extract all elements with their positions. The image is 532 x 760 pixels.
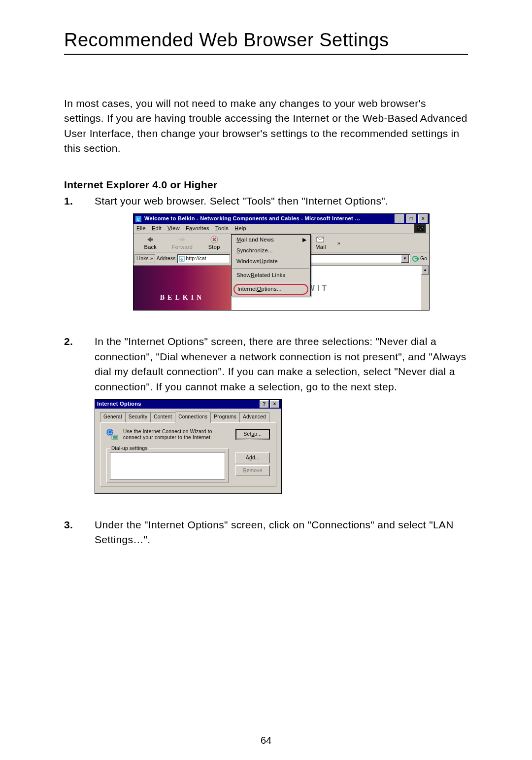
svg-rect-4 bbox=[420, 229, 421, 230]
screenshot-internet-options-dialog: Internet Options ? × General Security Co… bbox=[95, 399, 282, 494]
stop-icon bbox=[209, 236, 220, 243]
step-3: Under the "Internet Options" screen, cli… bbox=[64, 518, 468, 548]
links-button[interactable]: Links » bbox=[134, 254, 155, 264]
menu-tools[interactable]: Tools bbox=[215, 225, 229, 233]
remove-button: Remove bbox=[235, 465, 270, 476]
address-value-left: http://cat bbox=[186, 255, 206, 263]
menu-item-internet-options[interactable]: Internet Options... bbox=[233, 284, 308, 295]
svg-rect-27 bbox=[113, 436, 117, 439]
tab-panel-connections: Use the Internet Connection Wizard to co… bbox=[100, 422, 276, 486]
wizard-text: Use the Internet Connection Wizard to co… bbox=[123, 429, 217, 441]
dialog-titlebar: Internet Options ? × bbox=[95, 400, 281, 409]
step-1: Start your web browser. Select "Tools" t… bbox=[64, 194, 468, 325]
menu-view[interactable]: View bbox=[167, 225, 180, 233]
go-icon bbox=[412, 255, 419, 262]
step-2-text: In the "Internet Options" screen, there … bbox=[95, 336, 466, 392]
mail-label: Mail bbox=[315, 243, 326, 251]
step-1-text: Start your web browser. Select "Tools" t… bbox=[95, 195, 388, 207]
help-button[interactable]: ? bbox=[260, 400, 269, 408]
tab-security[interactable]: Security bbox=[125, 412, 151, 422]
forward-icon bbox=[177, 236, 188, 243]
forward-label: Forward bbox=[172, 243, 193, 251]
tools-dropdown-menu: Mail and News▶ Synchronize... Windows Up… bbox=[231, 234, 311, 296]
go-label: Go bbox=[420, 255, 427, 263]
step-2: In the "Internet Options" screen, there … bbox=[64, 334, 468, 509]
close-button[interactable]: × bbox=[270, 400, 279, 408]
step-3-text: Under the "Internet Options" screen, cli… bbox=[95, 519, 454, 545]
svg-rect-5 bbox=[422, 227, 423, 228]
dialog-title: Internet Options bbox=[97, 400, 141, 408]
setup-button[interactable]: Setup... bbox=[235, 429, 270, 440]
page-number: 64 bbox=[0, 735, 532, 746]
close-button[interactable]: × bbox=[418, 214, 428, 223]
menu-item-mail-news[interactable]: Mail and News▶ bbox=[232, 235, 310, 245]
minimize-button[interactable]: _ bbox=[395, 214, 404, 223]
dialup-settings-groupbox bbox=[106, 449, 229, 483]
address-dropdown-icon[interactable]: ▼ bbox=[401, 255, 409, 263]
window-titlebar: e Welcome to Belkin - Networking Compone… bbox=[133, 214, 429, 224]
page-title: Recommended Web Browser Settings bbox=[64, 30, 468, 51]
stop-button[interactable]: Stop bbox=[200, 236, 229, 251]
belkin-logo: BELKIN bbox=[160, 293, 204, 303]
back-button[interactable]: Back bbox=[136, 236, 165, 251]
dialup-listbox[interactable] bbox=[110, 452, 225, 480]
svg-text:e: e bbox=[180, 257, 183, 262]
svg-text:e: e bbox=[137, 216, 140, 222]
back-icon bbox=[145, 236, 156, 243]
throbber-icon bbox=[414, 224, 426, 233]
toolbar-left: Back Forward Stop bbox=[133, 234, 231, 252]
toolbar-more-button[interactable]: » bbox=[335, 240, 343, 247]
tab-content[interactable]: Content bbox=[150, 412, 175, 422]
go-button[interactable]: Go bbox=[412, 255, 427, 263]
menu-help[interactable]: Help bbox=[234, 225, 246, 233]
ie-icon: e bbox=[134, 215, 142, 223]
menu-file[interactable]: File bbox=[136, 225, 146, 233]
scrollbar[interactable]: ▲ bbox=[421, 266, 429, 310]
menu-favorites[interactable]: Favorites bbox=[186, 225, 209, 233]
svg-rect-3 bbox=[418, 227, 419, 228]
back-label: Back bbox=[144, 243, 157, 251]
stop-label: Stop bbox=[208, 243, 220, 251]
menu-item-synchronize[interactable]: Synchronize... bbox=[232, 245, 310, 256]
tab-connections[interactable]: Connections bbox=[175, 412, 211, 423]
intro-paragraph: In most cases, you will not need to make… bbox=[64, 96, 468, 156]
maximize-button[interactable]: □ bbox=[406, 214, 416, 223]
address-bar-left: Links » Address e http://cat bbox=[133, 252, 231, 266]
section-heading: Internet Explorer 4.0 or Higher bbox=[64, 179, 468, 191]
mail-button[interactable]: Mail bbox=[309, 236, 332, 251]
wizard-icon bbox=[105, 428, 119, 442]
page-icon: e bbox=[179, 256, 185, 262]
screenshot-ie-tools-menu: e Welcome to Belkin - Networking Compone… bbox=[133, 213, 430, 311]
menu-item-show-related[interactable]: Show Related Links bbox=[232, 270, 310, 281]
tab-strip: General Security Content Connections Pro… bbox=[100, 413, 276, 422]
svg-point-23 bbox=[106, 429, 113, 436]
window-title: Welcome to Belkin - Networking Component… bbox=[144, 215, 393, 223]
menu-separator bbox=[233, 268, 309, 269]
tab-general[interactable]: General bbox=[100, 412, 126, 422]
svg-rect-7 bbox=[179, 239, 182, 241]
add-button[interactable]: Add... bbox=[235, 452, 270, 463]
mail-icon bbox=[315, 236, 326, 243]
tab-advanced[interactable]: Advanced bbox=[239, 412, 269, 422]
address-field-left[interactable]: e http://cat bbox=[177, 254, 230, 263]
menu-bar: File Edit View Favorites Tools Help bbox=[133, 224, 429, 234]
menu-item-windows-update[interactable]: Windows Update bbox=[232, 256, 310, 267]
horizontal-rule bbox=[64, 54, 468, 55]
menu-separator bbox=[233, 282, 309, 283]
menu-edit[interactable]: Edit bbox=[152, 225, 162, 233]
svg-rect-6 bbox=[150, 239, 153, 241]
tab-programs[interactable]: Programs bbox=[210, 412, 240, 422]
forward-button[interactable]: Forward bbox=[168, 236, 197, 251]
scrollbar-up-icon[interactable]: ▲ bbox=[421, 266, 429, 275]
page-content-left: BELKIN bbox=[133, 266, 231, 310]
address-label: Address bbox=[157, 255, 176, 263]
